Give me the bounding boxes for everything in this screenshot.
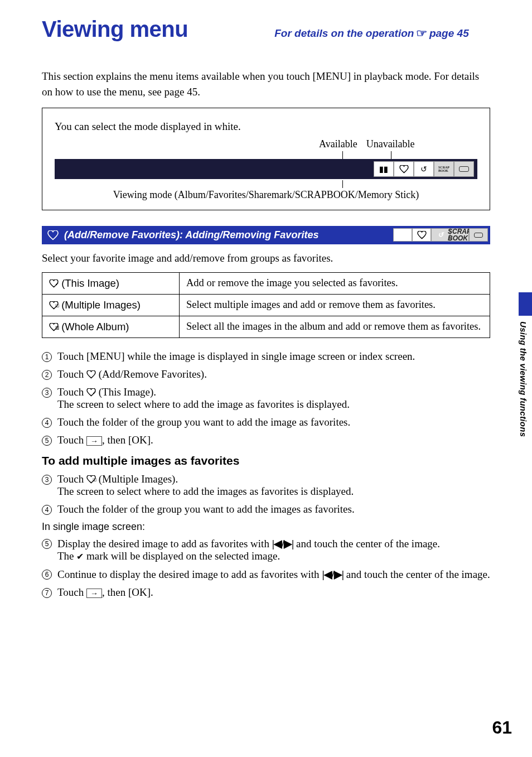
step-num: 6 (42, 570, 52, 580)
heart-multi-icon: ☑ (49, 299, 59, 311)
subtitle-suffix: page 45 (427, 27, 469, 39)
list-item: 5Touch →, then [OK]. (42, 434, 490, 446)
side-label: Using the viewing functions (519, 321, 528, 437)
steps-main: 1Touch [MENU] while the image is display… (42, 350, 490, 446)
section-mode-strip: ▮▮ ↺ SCRAPBOOK (393, 228, 488, 242)
step-sub: The screen to select where to add the im… (57, 398, 350, 410)
row-label: (Whole Album) (59, 321, 129, 332)
mode-caption: Viewing mode (Album/Favorites/Sharemark/… (55, 189, 477, 201)
viewing-mode-box: You can select the mode displayed in whi… (42, 108, 490, 210)
list-item: 1Touch [MENU] while the image is display… (42, 350, 490, 363)
list-item: 4Touch the folder of the group you want … (42, 503, 490, 515)
side-tab: Using the viewing functions (519, 292, 532, 437)
step-num: 3 (42, 388, 52, 398)
list-item: 4Touch the folder of the group you want … (42, 416, 490, 428)
section-lead: Select your favorite image and add/remov… (42, 252, 490, 264)
row-desc: Add or remove the image you selected as … (180, 273, 490, 295)
steps-single: 5Display the desired image to add as fav… (42, 537, 490, 599)
intro-text: This section explains the menu items ava… (42, 69, 490, 99)
step-num: 7 (42, 588, 52, 598)
step-text: Touch the folder of the group you want t… (57, 416, 490, 428)
prev-next-icon: |◀/▶| (322, 568, 344, 580)
scrapbook-icon: SCRAPBOOK (434, 161, 454, 177)
memory-stick-icon (454, 161, 474, 177)
prev-next-icon: |◀/▶| (272, 538, 294, 549)
row-label: (This Image) (59, 277, 119, 289)
table-row: ✔ (This Image) Add or remove the image y… (42, 273, 490, 295)
favorites-icon (394, 161, 414, 177)
step-num: 1 (42, 352, 52, 362)
page-header: Viewing menu For details on the operatio… (42, 17, 490, 42)
heart-multi-icon: ☑ (86, 473, 96, 485)
memory-stick-icon (469, 228, 488, 242)
pointer-icon: ☞ (416, 27, 427, 40)
heart-album-icon: ▥ (49, 321, 59, 333)
label-unavailable: Unavailable (366, 138, 415, 150)
sharemark-icon: ↺ (414, 161, 434, 177)
page-subtitle: For details on the operation ☞ page 45 (274, 27, 469, 40)
table-row: ☑ (Multiple Images) Select multiple imag… (42, 295, 490, 316)
list-item: 5Display the desired image to add as fav… (42, 537, 490, 562)
section-heading: (Add/Remove Favorites): Adding/Removing … (42, 226, 490, 244)
side-tab-marker (519, 292, 532, 316)
step-num: 5 (42, 436, 52, 446)
row-label: (Multiple Images) (59, 299, 141, 311)
album-icon: ▮▮ (393, 228, 412, 242)
favorites-option-table: ✔ (This Image) Add or remove the image y… (42, 272, 490, 338)
album-icon: ▮▮ (374, 161, 394, 177)
arrow-right-icon: → (86, 589, 102, 598)
mode-note: You can select the mode displayed in whi… (55, 120, 477, 133)
list-item: 7Touch →, then [OK]. (42, 586, 490, 599)
list-item: 3Touch ☑ (Multiple Images).The screen to… (42, 473, 490, 498)
single-screen-label: In single image screen: (42, 521, 490, 533)
page-number: 61 (492, 717, 512, 738)
step-text: Touch the folder of the group you want t… (57, 503, 490, 515)
heart-icon (47, 230, 59, 240)
step-num: 3 (42, 475, 52, 485)
mode-bar: ▮▮ ↺ SCRAPBOOK (55, 159, 477, 179)
list-item: 3Touch ✔ (This Image).The screen to sele… (42, 386, 490, 411)
arrow-right-icon: → (86, 436, 102, 446)
step-text: Touch [MENU] while the image is displaye… (57, 350, 490, 363)
step-num: 5 (42, 539, 52, 549)
section-title: (Add/Remove Favorites): Adding/Removing … (64, 229, 318, 241)
heart-this-icon: ✔ (86, 386, 96, 398)
availability-labels: Available Unavailable (319, 138, 477, 150)
mode-icons-strip: ▮▮ ↺ SCRAPBOOK (374, 161, 474, 177)
sharemark-icon: ↺ (431, 228, 450, 242)
list-item: 2Touch (Add/Remove Favorites). (42, 368, 490, 380)
heart-this-icon: ✔ (49, 277, 59, 290)
step-num: 4 (42, 418, 52, 428)
check-icon: ✔ (76, 552, 84, 561)
subtitle-prefix: For details on the operation (274, 27, 417, 39)
row-desc: Select all the images in the album and a… (180, 316, 490, 338)
scrapbook-icon: SCRAPBOOK (450, 228, 469, 242)
list-item: 6Continue to display the desired image t… (42, 568, 490, 581)
page-title: Viewing menu (42, 17, 188, 42)
multi-images-heading: To add multiple images as favorites (42, 454, 490, 467)
step-num: 2 (42, 370, 52, 380)
favorites-icon (412, 228, 431, 242)
row-desc: Select multiple images and add or remove… (180, 295, 490, 316)
heart-icon (86, 370, 96, 379)
label-available: Available (319, 138, 357, 150)
step-num: 4 (42, 505, 52, 515)
step-sub: The screen to select where to add the im… (57, 485, 354, 497)
table-row: ▥ (Whole Album) Select all the images in… (42, 316, 490, 338)
steps-multi: 3Touch ☑ (Multiple Images).The screen to… (42, 473, 490, 515)
